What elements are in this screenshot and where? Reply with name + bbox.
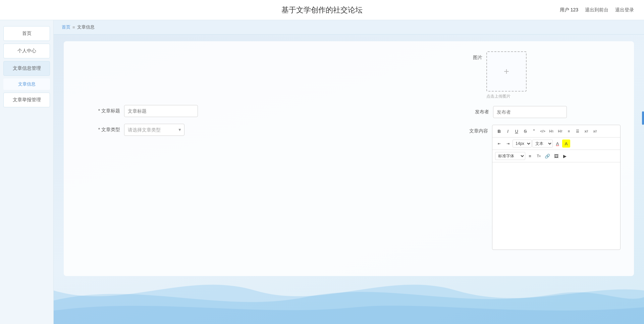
back-to-frontend-button[interactable]: 退出到前台 <box>585 7 608 13</box>
h2-button[interactable]: H2 <box>556 127 564 135</box>
sidebar-item-article-mgmt[interactable]: 文章信息管理 <box>3 61 50 76</box>
editor-wrapper: B I U S " </> H1 H2 ≡ ☰ <box>492 125 621 250</box>
bg-color-button[interactable]: A <box>562 140 570 148</box>
header: 基于文学创作的社交论坛 用户 123 退出到前台 退出登录 <box>0 0 644 20</box>
ol-button[interactable]: ≡ <box>565 127 573 135</box>
type-select[interactable]: 请选择文章类型 小说 散文 诗歌 杂文 其他 <box>124 124 184 136</box>
clear-format-button[interactable]: Tx <box>535 152 543 160</box>
indent-left-button[interactable]: ⇤ <box>495 140 503 148</box>
upload-plus-icon: + <box>504 67 509 76</box>
header-right: 用户 123 退出到前台 退出登录 <box>560 7 634 13</box>
editor-toolbar-row1: B I U S " </> H1 H2 ≡ ☰ <box>492 125 620 138</box>
link-button[interactable]: 🔗 <box>543 152 551 160</box>
editor-toolbar-row2: ⇤ ⇥ 14px 12px 16px 18px 20px <box>492 138 620 150</box>
subscript-button[interactable]: x2 <box>582 127 590 135</box>
left-column: * 文章标题 * 文章类型 请选择文章类型 <box>77 51 453 250</box>
publisher-field-row: 发布者 <box>466 106 621 118</box>
form-card: * 文章标题 * 文章类型 请选择文章类型 <box>64 41 634 276</box>
title-input[interactable] <box>124 105 198 117</box>
ul-button[interactable]: ☰ <box>574 127 582 135</box>
font-size-select[interactable]: 14px 12px 16px 18px 20px <box>513 140 532 148</box>
align-button[interactable]: ≡ <box>526 152 534 160</box>
type-label: * 文章类型 <box>77 127 124 133</box>
image-button[interactable]: 🖼 <box>552 152 560 160</box>
h1-button[interactable]: H1 <box>547 127 555 135</box>
sidebar-subitem-article-info[interactable]: 文章信息 <box>3 78 50 90</box>
font-family-select[interactable]: 标准字体 宋体 黑体 楷体 <box>495 152 525 160</box>
breadcrumb-home[interactable]: 首页 <box>62 24 70 30</box>
image-hint: 点击上传图片 <box>486 94 511 99</box>
blockquote-button[interactable]: " <box>530 127 538 135</box>
breadcrumb-separator: ≡ <box>72 25 75 30</box>
sidebar-item-personal[interactable]: 个人中心 <box>3 44 50 58</box>
code-button[interactable]: </> <box>539 127 547 135</box>
video-button[interactable]: ▶ <box>561 152 569 160</box>
sidebar: 首页 个人中心 文章信息管理 文章信息 文章举报管理 <box>0 20 54 324</box>
image-label: 图片 <box>466 51 486 61</box>
bold-button[interactable]: B <box>495 127 503 135</box>
content-field-row: 文章内容 B I U S " </> H1 <box>466 125 621 250</box>
logout-button[interactable]: 退出登录 <box>615 7 634 13</box>
type-field-row: * 文章类型 请选择文章类型 小说 散文 诗歌 杂文 其他 <box>77 124 453 136</box>
sidebar-item-report-mgmt[interactable]: 文章举报管理 <box>3 93 50 107</box>
content-area: * 文章标题 * 文章类型 请选择文章类型 <box>54 35 644 283</box>
font-type-select[interactable]: 文本 标题1 标题2 <box>532 140 553 148</box>
breadcrumb: 首页 ≡ 文章信息 <box>54 20 644 35</box>
breadcrumb-current: 文章信息 <box>77 24 95 30</box>
publisher-input[interactable] <box>493 106 567 118</box>
italic-button[interactable]: I <box>504 127 512 135</box>
app-title: 基于文学创作的社交论坛 <box>281 5 363 15</box>
font-color-button[interactable]: A <box>553 140 561 148</box>
publisher-label: 发布者 <box>466 109 493 115</box>
right-column: 图片 + 点击上传图片 发布者 <box>466 51 621 250</box>
superscript-button[interactable]: x2 <box>591 127 599 135</box>
image-upload-row: 图片 + 点击上传图片 <box>466 51 621 99</box>
user-info: 用户 123 <box>560 7 578 13</box>
indent-right-button[interactable]: ⇥ <box>504 140 512 148</box>
editor-toolbar-row3: 标准字体 宋体 黑体 楷体 ≡ Tx 🔗 🖼 ▶ <box>492 150 620 162</box>
sidebar-item-home[interactable]: 首页 <box>3 26 50 41</box>
editor-content[interactable] <box>492 162 620 250</box>
title-field-row: * 文章标题 <box>77 105 453 117</box>
image-upload-box[interactable]: + <box>486 51 527 92</box>
main-content: 首页 ≡ 文章信息 * 文章标题 <box>54 20 644 324</box>
content-label: 文章内容 <box>466 125 492 134</box>
type-select-wrapper: 请选择文章类型 小说 散文 诗歌 杂文 其他 ▼ <box>124 124 184 136</box>
title-label: * 文章标题 <box>77 108 124 114</box>
main-layout: 首页 个人中心 文章信息管理 文章信息 文章举报管理 首页 ≡ 文章信息 <box>0 20 644 324</box>
strikethrough-button[interactable]: S <box>521 127 529 135</box>
underline-button[interactable]: U <box>513 127 521 135</box>
